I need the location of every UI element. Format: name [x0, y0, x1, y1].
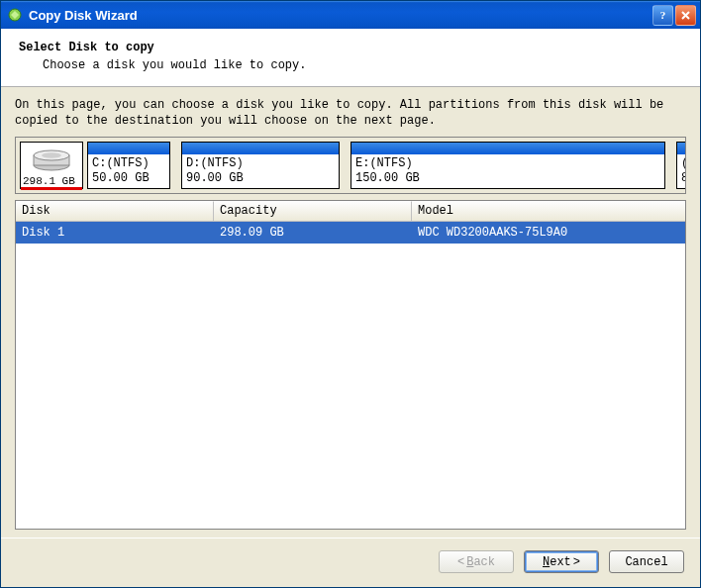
column-model[interactable]: Model — [412, 201, 685, 221]
app-icon — [7, 7, 23, 23]
partition-size: 8.0 — [681, 171, 686, 186]
window-root: Copy Disk Wizard ? Select Disk to copy C… — [0, 0, 701, 588]
back-button: < Back — [439, 550, 514, 573]
svg-point-5 — [42, 152, 61, 158]
column-disk[interactable]: Disk — [16, 201, 214, 221]
partition-e[interactable]: E:(NTFS) 150.00 GB — [350, 142, 665, 189]
titlebar[interactable]: Copy Disk Wizard ? — [1, 1, 700, 29]
back-label: ack — [473, 555, 495, 569]
partition-header — [182, 143, 339, 154]
partition-name: E:(NTFS) — [355, 156, 660, 171]
table-header: Disk Capacity Model — [16, 201, 685, 222]
wizard-header: Select Disk to copy Choose a disk you wo… — [1, 29, 700, 87]
chevron-left-icon: < — [457, 555, 464, 569]
partition-size: 90.00 GB — [186, 171, 335, 186]
cancel-label: Cancel — [625, 555, 667, 569]
table-body: Disk 1 298.09 GB WDC WD3200AAKS-75L9A0 — [16, 222, 685, 529]
partition-header — [351, 143, 664, 154]
partition-last[interactable]: (NT 8.0 — [676, 142, 686, 189]
window-buttons: ? — [652, 5, 696, 26]
page-title: Select Disk to copy — [19, 41, 682, 54]
partition-name: C:(NTFS) — [92, 156, 165, 171]
next-label: ext — [550, 555, 571, 569]
svg-text:?: ? — [660, 9, 666, 21]
partition-header — [88, 143, 169, 154]
next-button[interactable]: Next > — [524, 550, 599, 573]
cell-model: WDC WD3200AAKS-75L9A0 — [412, 222, 685, 244]
partition-name: (NT — [681, 156, 686, 171]
page-subtitle: Choose a disk you would like to copy. — [19, 58, 682, 72]
help-button[interactable]: ? — [652, 5, 673, 26]
table-row[interactable]: Disk 1 298.09 GB WDC WD3200AAKS-75L9A0 — [16, 222, 685, 244]
disk-icon — [21, 143, 82, 175]
partition-header — [677, 143, 686, 154]
disk-table: Disk Capacity Model Disk 1 298.09 GB WDC… — [15, 200, 686, 530]
chevron-right-icon: > — [573, 555, 580, 569]
disk-map: 298.1 GB C:(NTFS) 50.00 GB D:(NTFS) 90.0… — [15, 137, 686, 194]
close-button[interactable] — [675, 5, 696, 26]
partition-d[interactable]: D:(NTFS) 90.00 GB — [181, 142, 340, 189]
disk-thumbnail[interactable]: 298.1 GB — [20, 142, 83, 189]
partition-c[interactable]: C:(NTFS) 50.00 GB — [87, 142, 170, 189]
cell-capacity: 298.09 GB — [214, 222, 412, 244]
partition-size: 50.00 GB — [92, 171, 165, 186]
description-text: On this page, you can choose a disk you … — [15, 97, 686, 129]
window-title: Copy Disk Wizard — [29, 8, 652, 23]
cell-disk: Disk 1 — [16, 222, 214, 244]
partition-size: 150.00 GB — [355, 171, 660, 186]
partition-name: D:(NTFS) — [186, 156, 335, 171]
content-area: On this page, you can choose a disk you … — [1, 87, 700, 538]
column-capacity[interactable]: Capacity — [214, 201, 412, 221]
footer-buttons: < Back Next > Cancel — [1, 538, 700, 587]
disk-selected-indicator — [21, 187, 82, 190]
cancel-button[interactable]: Cancel — [609, 550, 684, 573]
